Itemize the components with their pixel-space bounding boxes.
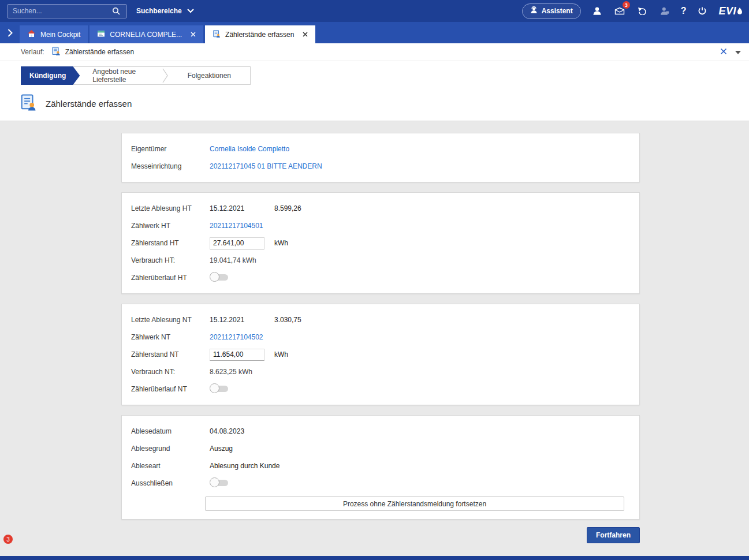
step-angebot[interactable]: Angebot neue Lieferstelle <box>80 67 161 84</box>
top-bar: Suchbereiche Assistent 3 ? EVI <box>0 0 749 22</box>
step-label: Kündigung <box>29 72 66 80</box>
help-icon[interactable]: ? <box>681 6 687 16</box>
tab-cornelia[interactable]: CORNELIA COMPLE... <box>90 25 203 43</box>
step-label: Folgeaktionen <box>188 72 231 80</box>
inbox-badge: 3 <box>623 1 630 9</box>
tab-bar: Mein Cockpit CORNELIA COMPLE... Zählerst… <box>0 22 749 43</box>
history-doc-icon <box>51 46 61 58</box>
tabs-overflow-chevron[interactable] <box>0 22 20 43</box>
continue-button[interactable]: Fortfahren <box>587 527 640 543</box>
step-folgeaktionen[interactable]: Folgeaktionen <box>169 67 250 84</box>
ht-last-reading-label: Letzte Ablesung HT <box>131 204 210 212</box>
brand-logo[interactable]: EVI <box>718 5 742 17</box>
brand-text: EVI <box>718 5 736 17</box>
user-lock-icon[interactable] <box>658 5 671 17</box>
field-row: Verbrauch HT: 19.041,74 kWh <box>122 252 639 269</box>
owner-card: Eigentümer Cornelia Isolde Completto Mes… <box>121 133 640 182</box>
nt-register-label: Zählwerk NT <box>131 333 210 341</box>
step-label: Angebot neue Lieferstelle <box>92 68 148 84</box>
field-row: Zählerstand NT kWh <box>122 346 639 363</box>
redo-icon[interactable] <box>636 5 649 17</box>
tab-label: CORNELIA COMPLE... <box>110 31 182 39</box>
ht-overflow-label: Zählerüberlauf HT <box>131 274 210 282</box>
ht-reading-unit: kWh <box>274 239 630 247</box>
history-current[interactable]: Zählerstände erfassen <box>65 48 134 56</box>
page-title: Zählerstände erfassen <box>46 99 132 109</box>
field-row: Zählerüberlauf HT <box>122 269 639 286</box>
close-process-icon[interactable] <box>720 48 727 57</box>
exclude-toggle[interactable] <box>210 477 229 488</box>
nt-reading-input[interactable] <box>210 349 264 361</box>
device-label: Messeinrichtung <box>131 162 210 170</box>
device-link[interactable]: 202112171045 01 BITTE AENDERN <box>210 162 630 170</box>
nt-card: Letzte Ablesung NT 15.12.2021 3.030,75 Z… <box>121 304 640 405</box>
flame-icon <box>737 5 742 17</box>
type-label: Ableseart <box>131 462 210 470</box>
meta-card: Ablesedatum 04.08.2023 Ablesegrund Auszu… <box>121 415 640 520</box>
owner-label: Eigentümer <box>131 145 210 153</box>
nt-reading-label: Zählerstand NT <box>131 350 210 359</box>
field-row: Ablesegrund Auszug <box>122 440 639 457</box>
footer-actions: Fortfahren <box>121 527 640 543</box>
ht-overflow-toggle[interactable] <box>210 272 229 282</box>
ht-register-link[interactable]: 20211217104501 <box>210 222 630 230</box>
nt-overflow-toggle[interactable] <box>210 383 229 394</box>
nt-consumption-label: Verbrauch NT: <box>131 368 210 376</box>
nt-register-link[interactable]: 20211217104502 <box>210 333 630 341</box>
tab-zaehlerstaende[interactable]: Zählerstände erfassen <box>205 25 315 43</box>
inbox-icon[interactable]: 3 <box>613 5 626 17</box>
search-areas-dropdown[interactable]: Suchbereiche <box>136 7 194 15</box>
page-title-icon <box>20 93 37 114</box>
process-header: Verlauf: Zählerstände erfassen Kündigung… <box>0 43 749 121</box>
step-separator-icon <box>162 67 169 84</box>
nt-last-reading-label: Letzte Ablesung NT <box>131 316 210 324</box>
tab-close-icon[interactable] <box>191 32 196 37</box>
ht-reading-input[interactable] <box>210 237 264 249</box>
step-kuendigung[interactable]: Kündigung <box>21 66 80 85</box>
tab-mein-cockpit[interactable]: Mein Cockpit <box>20 25 88 43</box>
field-row: Zählwerk NT 20211217104502 <box>122 328 639 346</box>
ht-last-reading-date: 15.12.2021 <box>210 204 274 212</box>
assistant-label: Assistent <box>542 7 573 15</box>
user-icon[interactable] <box>591 5 603 17</box>
tab-label: Mein Cockpit <box>40 31 80 39</box>
date-value: 04.08.2023 <box>210 427 630 435</box>
field-row: Ablesedatum 04.08.2023 <box>122 423 639 440</box>
title-row: Zählerstände erfassen <box>0 85 749 114</box>
type-value: Ablesung durch Kunde <box>210 462 630 470</box>
document-person-icon <box>213 29 221 40</box>
search-icon[interactable] <box>110 5 122 17</box>
ht-reading-label: Zählerstand HT <box>131 239 210 247</box>
field-row: Zählerüberlauf NT <box>122 380 639 398</box>
nt-consumption-value: 8.623,25 kWh <box>210 368 630 376</box>
assistant-button[interactable]: Assistent <box>522 3 581 19</box>
owner-link[interactable]: Cornelia Isolde Completto <box>210 145 630 153</box>
field-row: Verbrauch NT: 8.623,25 kWh <box>122 363 639 380</box>
home-icon <box>27 29 36 39</box>
chevron-down-icon <box>187 7 194 15</box>
top-bar-actions: Assistent 3 ? EVI <box>522 3 742 19</box>
tab-close-icon[interactable] <box>303 32 308 37</box>
nt-last-reading-value: 3.030,75 <box>274 316 630 324</box>
search-areas-label: Suchbereiche <box>136 7 182 15</box>
nt-last-reading-date: 15.12.2021 <box>210 316 274 324</box>
reason-label: Ablesegrund <box>131 445 210 453</box>
reason-value: Auszug <box>210 445 630 453</box>
search-input[interactable] <box>12 6 110 16</box>
notification-corner-badge[interactable]: 3 <box>3 535 13 544</box>
history-label: Verlauf: <box>21 48 44 56</box>
date-label: Ablesedatum <box>131 427 210 435</box>
field-row: Eigentümer Cornelia Isolde Completto <box>122 140 639 158</box>
history-row: Verlauf: Zählerstände erfassen <box>0 43 749 61</box>
ht-register-label: Zählwerk HT <box>131 222 210 230</box>
nt-reading-unit: kWh <box>274 350 630 359</box>
field-row: Ableseart Ablesung durch Kunde <box>122 457 639 475</box>
contact-card-icon <box>97 30 105 39</box>
field-row: Messeinrichtung 202112171045 01 BITTE AE… <box>122 158 639 175</box>
history-caret-icon[interactable] <box>735 48 741 56</box>
ht-consumption-value: 19.041,74 kWh <box>210 256 630 264</box>
field-row: Zählerstand HT kWh <box>122 234 639 252</box>
search-box[interactable] <box>7 4 127 18</box>
skip-reading-button[interactable]: Prozess ohne Zählerstandsmeldung fortset… <box>205 496 624 511</box>
power-icon[interactable] <box>696 5 709 17</box>
